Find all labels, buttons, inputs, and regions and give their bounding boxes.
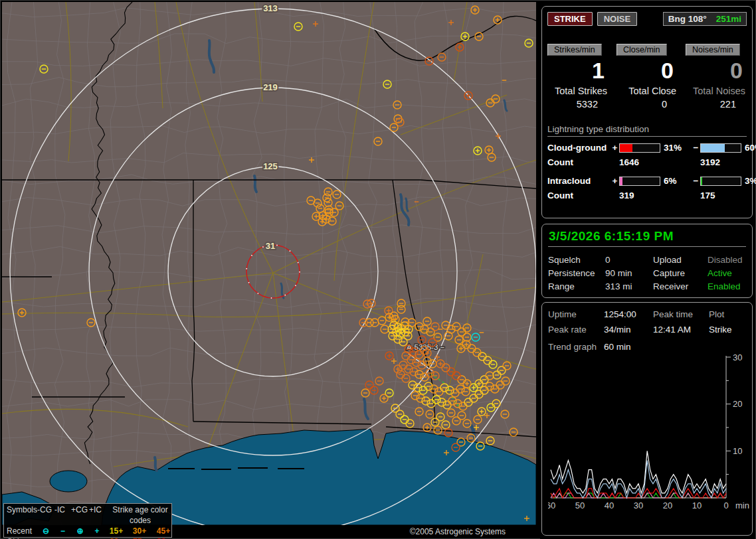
age-code: 45+ <box>151 526 175 536</box>
age-code: 15+ <box>105 526 128 536</box>
trend-series-total-strikes <box>551 451 726 493</box>
stats-rows: Uptime1254:00Peak timePlotPeak rate34/mi… <box>548 307 749 337</box>
dist-bar-negative <box>700 177 741 186</box>
dist-pct-negative: 3% <box>741 176 756 186</box>
legend-header: +CG <box>71 504 89 526</box>
status-row: Range313 miReceiverEnabled <box>548 280 746 293</box>
stats-label: Uptime <box>548 307 604 322</box>
dist-bar-negative <box>700 143 741 153</box>
status-box: 3/5/2026 6:15:19 PM Squelch0UploadDisabl… <box>541 224 753 298</box>
dist-pct-negative: 60% <box>741 143 756 153</box>
map-legend: Symbols-CG-IC+CG+ICStrike age color code… <box>3 503 172 538</box>
total-label: Total Noises <box>686 86 747 96</box>
rate-value: 0 <box>686 57 747 84</box>
cg-pos-symbol: ⊕ <box>71 526 89 536</box>
cg-neg-symbol: ⊖ <box>37 536 54 539</box>
legend-age-title: Strike age color codes <box>105 504 175 526</box>
rate-chip[interactable]: Strikes/min <box>547 44 602 56</box>
dist-name: Cloud-ground <box>547 143 611 153</box>
minus-sign: − <box>692 176 700 186</box>
bearing-range: 251mi <box>716 14 741 24</box>
trend-graph: 1020306050403020100min <box>548 353 754 531</box>
legend-row-label: Recent <box>7 526 37 536</box>
stats-label: Peak time <box>653 307 709 322</box>
noise-button[interactable]: NOISE <box>597 12 637 26</box>
stats-value: 12:41 AM <box>653 322 709 337</box>
age-code: 75+ <box>128 536 151 539</box>
rate-chip[interactable]: Noises/min <box>686 44 740 56</box>
total-label: Total Strikes <box>547 86 609 96</box>
stats-label: Plot <box>709 307 749 322</box>
count-negative: 175 <box>700 191 756 200</box>
lightning-map[interactable]: 31125219313A-5335-3 − Symbols-CG-IC+CG+I… <box>2 2 536 538</box>
trend-x-tick-label: 60 <box>548 501 555 510</box>
status-value: Active <box>708 267 746 280</box>
count-negative: 3192 <box>700 157 756 167</box>
trend-x-tick-label: 10 <box>692 501 702 510</box>
rate-column: Strikes/min1Total Strikes5332 <box>547 43 609 110</box>
status-value: 90 min <box>605 267 653 280</box>
ring-label: 219 <box>263 82 278 92</box>
trend-x-tick-label: 20 <box>663 501 672 510</box>
trend-graph-label: Trend graph <box>548 342 604 352</box>
ic-pos-symbol: + <box>89 526 105 536</box>
plus-sign: + <box>611 176 619 186</box>
status-rows: Squelch0UploadDisabledPersistence90 minC… <box>548 254 746 293</box>
bearing-label: Bng 108° <box>668 14 707 24</box>
stats-label: Peak rate <box>548 322 604 337</box>
total-value: 5332 <box>547 99 609 110</box>
dist-row: Cloud-ground+31%−60% <box>547 143 747 153</box>
lightning-distribution: Lightning type distribution Cloud-ground… <box>547 124 747 200</box>
status-label: Upload <box>653 254 708 267</box>
count-positive: 319 <box>619 191 700 200</box>
status-row: Persistence90 minCaptureActive <box>548 267 746 280</box>
count-label: Count <box>547 157 619 167</box>
status-value: Enabled <box>708 280 746 293</box>
trend-x-unit: min <box>735 501 749 510</box>
stats-value: 34/min <box>604 322 653 337</box>
total-label: Total Close <box>616 86 678 96</box>
stats-row: Peak rate34/min12:41 AMStrike <box>548 322 749 337</box>
count-row: Count319175 <box>547 191 747 200</box>
rate-value: 1 <box>547 57 609 84</box>
status-label: Receiver <box>653 280 708 293</box>
rate-chip[interactable]: Close/min <box>616 44 667 56</box>
trend-series-cg-negative <box>551 461 726 499</box>
status-label: Squelch <box>548 254 605 267</box>
ic-neg-symbol: − <box>54 536 71 539</box>
dist-pct-positive: 6% <box>660 176 692 186</box>
trend-box: Uptime1254:00Peak timePlotPeak rate34/mi… <box>541 302 753 536</box>
status-label: Persistence <box>548 267 605 280</box>
ic-pos-symbol: + <box>89 536 105 539</box>
count-positive: 1646 <box>619 157 700 167</box>
rate-column: Noises/min0Total Noises221 <box>686 43 747 110</box>
trend-x-tick-label: 40 <box>605 501 614 510</box>
distribution-title: Lightning type distribution <box>547 124 747 137</box>
ic-neg-symbol: − <box>54 526 71 536</box>
age-code: 60+ <box>105 536 128 539</box>
trend-graph-value: 60 min <box>604 342 749 352</box>
trend-x-tick-label: 30 <box>634 501 643 510</box>
status-label: Range <box>548 280 605 293</box>
legend-grid: Symbols-CG-IC+CG+ICStrike age color code… <box>4 504 171 539</box>
trend-y-tick-label: 20 <box>733 399 742 409</box>
stats-row: Uptime1254:00Peak timePlot <box>548 307 749 322</box>
dist-bar-positive <box>619 143 660 153</box>
minus-sign: − <box>692 143 700 153</box>
status-value: 313 mi <box>605 280 653 293</box>
status-row: Squelch0UploadDisabled <box>548 254 746 267</box>
strike-button[interactable]: STRIKE <box>547 12 593 26</box>
datetime-display: 3/5/2026 6:15:19 PM <box>548 228 746 247</box>
rate-value: 0 <box>616 57 678 84</box>
status-value: Disabled <box>708 254 746 267</box>
trend-y-tick-label: 10 <box>733 446 742 456</box>
dist-row: Intracloud+6%−3% <box>547 176 747 186</box>
stats-value: 1254:00 <box>604 307 653 322</box>
map-canvas[interactable]: 31125219313A-5335-3 − <box>2 2 536 525</box>
ring-label: 313 <box>263 3 278 13</box>
legend-header: Symbols <box>7 504 37 526</box>
ring-label: 31 <box>266 241 275 251</box>
age-code: 30+ <box>128 526 151 536</box>
ring-label: 125 <box>263 161 278 171</box>
cg-neg-symbol: ⊖ <box>37 526 54 536</box>
